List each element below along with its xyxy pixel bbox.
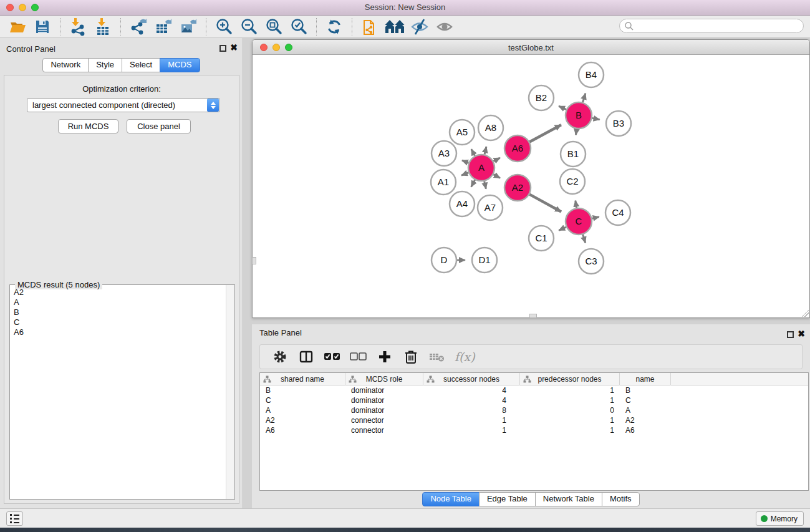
splitter-handle[interactable] <box>252 257 256 264</box>
table-cell[interactable]: 4 <box>423 385 520 395</box>
column-header-predecessor-nodes[interactable]: predecessor nodes <box>520 373 620 385</box>
graph-edge-C-C3[interactable] <box>583 235 586 243</box>
table-cell[interactable]: 1 <box>423 415 520 425</box>
new-network-from-file-icon[interactable] <box>357 17 382 36</box>
graph-edge-A-A2[interactable] <box>493 175 500 178</box>
table-cell[interactable]: dominator <box>345 385 423 395</box>
show-panel-eye-icon[interactable] <box>432 17 457 36</box>
splitter-handle[interactable] <box>529 314 537 318</box>
table-cell[interactable]: A6 <box>260 425 345 435</box>
save-icon[interactable] <box>30 17 55 36</box>
graph-edge-A-A6[interactable] <box>493 158 499 162</box>
result-scrollbar[interactable] <box>226 285 234 499</box>
mcds-result-item[interactable]: A <box>10 297 226 307</box>
network-canvas[interactable]: B4B2BB3A8A5A6A3B1AA1C2A2A4A7C4CC1C3DD1 <box>253 55 809 317</box>
graph-edge-A-A7[interactable] <box>485 181 486 188</box>
table-cell[interactable]: connector <box>345 415 423 425</box>
graph-edge-A-A4[interactable] <box>471 180 475 186</box>
table-cell[interactable]: B <box>620 385 671 395</box>
close-panel-button[interactable]: Close panel <box>127 119 191 133</box>
import-network-icon[interactable] <box>65 17 90 36</box>
table-cell[interactable]: 4 <box>423 395 520 405</box>
table-cell[interactable]: C <box>620 395 671 405</box>
table-row[interactable]: Cdominator41C <box>260 395 808 405</box>
mcds-result-item[interactable]: A2 <box>10 288 226 297</box>
tab-network-table[interactable]: Network Table <box>535 492 602 506</box>
home-icon[interactable] <box>382 17 407 36</box>
table-cell[interactable]: A2 <box>260 415 345 425</box>
table-cell[interactable]: dominator <box>345 405 423 415</box>
graph-edge-A-A5[interactable] <box>471 149 475 155</box>
table-cell[interactable]: 1 <box>520 395 620 405</box>
table-row[interactable]: Adominator80A <box>260 405 808 415</box>
graph-edge-A2-C[interactable] <box>529 195 561 212</box>
network-window-titlebar[interactable]: testGlobe.txt <box>253 40 809 55</box>
table-cell[interactable]: A <box>260 405 345 415</box>
close-panel-icon[interactable]: ✖ <box>798 329 805 338</box>
zoom-out-icon[interactable] <box>236 17 261 36</box>
table-cell[interactable]: 1 <box>520 425 620 435</box>
mcds-result-item[interactable]: B <box>10 307 226 317</box>
graph-edge-C-C4[interactable] <box>592 217 599 219</box>
graph-edge-C-C1[interactable] <box>559 227 566 230</box>
table-cell[interactable]: connector <box>345 425 423 435</box>
export-table-icon[interactable] <box>151 17 176 36</box>
tab-style[interactable]: Style <box>88 58 122 72</box>
zoom-fit-icon[interactable] <box>261 17 286 36</box>
float-panel-icon[interactable] <box>787 331 794 338</box>
memory-button[interactable]: Memory <box>756 511 804 526</box>
tab-motifs[interactable]: Motifs <box>602 492 640 506</box>
column-header-successor-nodes[interactable]: successor nodes <box>423 373 520 385</box>
export-network-icon[interactable] <box>126 17 151 36</box>
search-input[interactable] <box>634 22 803 31</box>
run-mcds-button[interactable]: Run MCDS <box>58 119 118 133</box>
unselect-all-columns-icon[interactable] <box>350 348 367 365</box>
graph-edge-A-A3[interactable] <box>462 160 469 163</box>
table-settings-gear-icon[interactable] <box>271 348 289 365</box>
import-table-icon[interactable] <box>90 17 115 36</box>
refresh-icon[interactable] <box>322 17 347 36</box>
table-cell[interactable]: dominator <box>345 395 423 405</box>
table-cell[interactable]: 1 <box>423 425 520 435</box>
graph-edge-A-A8[interactable] <box>485 147 486 154</box>
table-cell[interactable]: A2 <box>620 415 671 425</box>
table-cell[interactable]: B <box>260 385 345 395</box>
tab-network[interactable]: Network <box>42 58 89 72</box>
mcds-result-item[interactable]: A6 <box>10 327 226 337</box>
column-header-shared-name[interactable]: shared name <box>260 373 345 385</box>
graph-edge-B-B2[interactable] <box>559 106 566 110</box>
create-column-plus-icon[interactable] <box>376 348 393 365</box>
graph-edge-B-B4[interactable] <box>582 94 585 102</box>
table-cell[interactable]: 8 <box>423 405 520 415</box>
tab-edge-table[interactable]: Edge Table <box>479 492 536 506</box>
table-cell[interactable]: C <box>260 395 345 405</box>
table-cell[interactable]: A6 <box>620 425 671 435</box>
task-history-list-button[interactable] <box>6 511 23 526</box>
zoom-selected-icon[interactable] <box>286 17 311 36</box>
graph-edge-A-A1[interactable] <box>461 173 468 175</box>
mcds-result-item[interactable]: C <box>10 317 226 327</box>
select-all-columns-icon[interactable] <box>324 348 341 365</box>
window-resize-grip[interactable] <box>801 309 809 317</box>
graph-edge-B-B3[interactable] <box>592 118 600 119</box>
table-cell[interactable]: 0 <box>520 405 620 415</box>
table-cell[interactable]: 1 <box>520 415 620 425</box>
table-row[interactable]: A6connector11A6 <box>260 425 808 435</box>
tab-mcds[interactable]: MCDS <box>160 58 200 72</box>
export-image-icon[interactable] <box>176 17 201 36</box>
table-cell[interactable]: 1 <box>520 385 620 395</box>
tab-node-table[interactable]: Node Table <box>422 492 480 506</box>
graph-edge-A6-B[interactable] <box>529 125 561 142</box>
tab-select[interactable]: Select <box>122 58 160 72</box>
optimization-criterion-select[interactable]: largest connected component (directed) <box>27 98 220 112</box>
node-table[interactable]: shared nameMCDS rolesuccessor nodesprede… <box>259 372 809 491</box>
close-panel-icon[interactable]: ✖ <box>230 43 238 52</box>
float-panel-icon[interactable] <box>219 45 226 52</box>
function-builder-icon[interactable]: f(x) <box>455 348 475 365</box>
open-folder-icon[interactable] <box>5 17 30 36</box>
graph-edge-B-B1[interactable] <box>576 129 576 135</box>
delete-column-trash-icon[interactable] <box>402 348 420 365</box>
table-row[interactable]: Bdominator41B <box>260 385 808 395</box>
zoom-in-icon[interactable] <box>211 17 236 36</box>
show-column-panel-icon[interactable] <box>297 348 315 365</box>
